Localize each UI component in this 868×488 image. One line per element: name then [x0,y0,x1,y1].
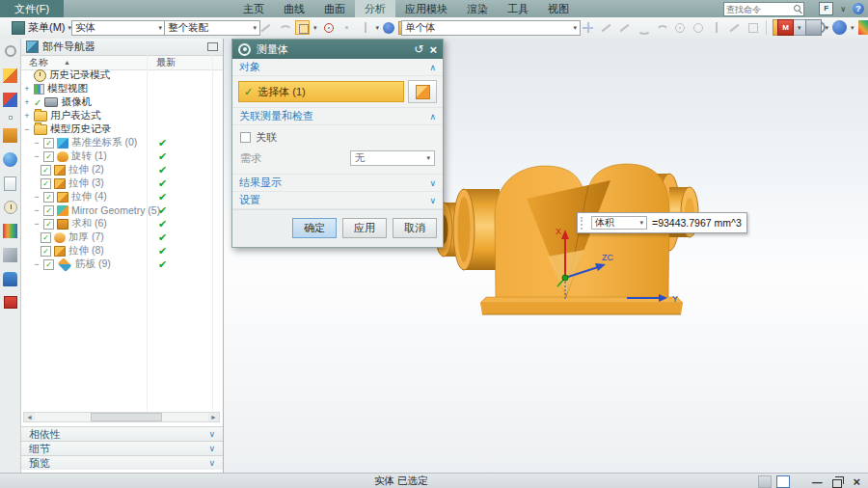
tab-tools[interactable]: 工具 [498,0,538,17]
selection-rule-combo[interactable]: 单个体 ▾ [401,20,581,36]
snap-arc-icon[interactable] [654,20,668,35]
assembly-navigator-icon[interactable] [3,68,17,83]
select-previous-icon[interactable] [277,20,291,35]
section-associative-measure[interactable]: 关联测量和检查 ∧ [232,108,443,125]
feature-checkbox[interactable]: ✓ [43,192,54,203]
render-style-icon[interactable] [805,19,822,36]
hd3d-tools-icon[interactable] [4,176,16,191]
command-search-input[interactable] [724,5,794,14]
history-icon[interactable] [4,201,17,214]
snap-point-on-curve-icon[interactable] [709,20,723,35]
file-menu-button[interactable]: 文件(F) [0,0,64,17]
snap-enable-icon[interactable] [581,20,595,35]
minimize-ribbon-icon[interactable]: ∨ [840,5,846,14]
top-selection-icon[interactable] [339,20,354,35]
feature-row-thicken[interactable]: ✓ 加厚 (7) ✔ [23,230,237,244]
dialog-titlebar[interactable]: 测量体 ↺ × [232,40,443,59]
cancel-button[interactable]: 取消 [393,218,437,238]
expand-toggle[interactable]: − [33,259,41,269]
feature-checkbox[interactable]: ✓ [43,138,54,149]
scroll-right-icon[interactable]: ► [208,413,219,421]
tree-item-user-expressions[interactable]: + 用户表达式 [23,109,220,122]
interpart-select-icon[interactable] [358,20,372,35]
section-settings[interactable]: 设置 ∨ [232,192,443,209]
expand-toggle[interactable]: + [23,97,31,107]
tab-view[interactable]: 视图 [538,0,579,17]
undock-panel-icon[interactable] [207,42,218,51]
tab-analysis[interactable]: 分析 [355,0,395,17]
horizontal-scrollbar[interactable]: ◄ ► [23,412,220,422]
system-materials-icon[interactable] [3,224,17,238]
measure-type-combo[interactable]: 体积 ▾ [591,216,647,230]
expand-toggle[interactable]: − [33,151,41,161]
visualization-icon[interactable] [858,20,868,35]
ok-button[interactable]: 确定 [292,218,337,238]
constraint-navigator-icon[interactable] [3,93,17,107]
wcs-orient-icon[interactable] [383,22,394,34]
shaded-view-icon[interactable] [832,20,847,35]
snap-center-icon[interactable] [672,20,687,35]
menu-button[interactable]: 菜单(M) ▾ [8,19,75,36]
dialog-close-icon[interactable]: × [429,43,437,56]
feature-row-extrude[interactable]: − ✓ 拉伸 (4) ✔ [23,190,230,203]
feature-checkbox[interactable]: ✓ [43,259,54,270]
deselect-all-icon[interactable] [258,20,273,35]
minimize-icon[interactable]: — [812,476,823,488]
apply-button[interactable]: 应用 [342,218,387,238]
section-results-display[interactable]: 结果显示 ∨ [232,175,443,192]
body-select-button[interactable] [408,80,437,103]
web-browser-icon[interactable] [3,152,17,167]
expand-toggle[interactable]: + [23,84,31,94]
expand-toggle[interactable]: − [33,138,41,148]
feature-row-extrude[interactable]: ✓ 拉伸 (2) ✔ [23,163,237,176]
select-body-field[interactable]: ✓ 选择体 (1) [238,81,404,102]
tab-surface[interactable]: 曲面 [314,0,355,17]
feature-checkbox[interactable]: ✓ [41,178,51,189]
feature-row-extrude[interactable]: ✓ 拉伸 (3) ✔ [23,176,237,190]
help-icon[interactable]: ? [853,3,864,14]
roles-book-icon[interactable] [4,296,17,309]
snap-point-on-face-icon[interactable] [727,20,742,35]
associative-checkbox[interactable] [240,132,251,143]
manufacturing-wizard-icon[interactable] [3,272,17,286]
type-filter-combo[interactable]: 实体 ▾ [71,20,166,36]
requirement-combo[interactable]: 无 ▾ [350,150,435,166]
feature-row-unite[interactable]: − ✓ 求和 (6) ✔ [23,217,230,230]
tab-curve[interactable]: 曲线 [274,0,314,17]
tab-render[interactable]: 渲染 [457,0,498,17]
search-icon[interactable] [794,5,803,14]
feature-row-extrude[interactable]: ✓ 拉伸 (8) ✔ [23,244,237,258]
expand-toggle[interactable]: − [33,192,41,202]
performance-icon[interactable] [758,475,772,488]
scrollbar-thumb[interactable] [91,413,162,421]
tree-item-model-views[interactable]: + 模型视图 [23,82,220,95]
roles-gear-icon[interactable] [5,45,16,57]
column-updated[interactable]: 最新 [156,56,176,69]
feature-row-revolve[interactable]: − ✓ 旋转 (1) ✔ [23,149,230,163]
reuse-library-icon[interactable] [3,128,17,143]
part-navigator-tab[interactable] [10,117,12,119]
feature-row-datum-csys[interactable]: − ✓ 基准坐标系 (0) ✔ [23,136,230,149]
highlight-selection-icon[interactable] [295,20,310,35]
close-icon[interactable]: × [853,474,860,488]
snap-midpoint-icon[interactable] [617,20,632,35]
dialog-reset-icon[interactable]: ↺ [414,43,423,55]
expand-toggle[interactable]: − [23,124,31,134]
tab-home[interactable]: 主页 [233,0,274,17]
feature-row-mirror-geometry[interactable]: − ✓ Mirror Geometry (5) ✔ [23,203,230,217]
expand-toggle[interactable]: + [23,111,31,121]
sort-ascending-icon[interactable]: ▲ [64,56,70,69]
tab-application-module[interactable]: 应用模块 [395,0,457,17]
panel-preview[interactable]: 预览 ∨ [21,455,223,470]
snap-endpoint-icon[interactable] [599,20,613,35]
window-mode-icon[interactable] [776,475,790,488]
feature-row-rib[interactable]: − ✓ 筋板 (9) ✔ [23,258,230,271]
scroll-left-icon[interactable]: ◄ [24,413,35,421]
process-studio-icon[interactable] [3,248,17,262]
expand-toggle[interactable]: − [33,205,41,215]
column-name[interactable]: 名称 [29,56,48,69]
expand-toggle[interactable]: − [33,219,41,229]
section-object[interactable]: 对象 ∧ [232,59,443,76]
feature-checkbox[interactable]: ✓ [43,219,54,230]
feature-checkbox[interactable]: ✓ [41,232,51,243]
